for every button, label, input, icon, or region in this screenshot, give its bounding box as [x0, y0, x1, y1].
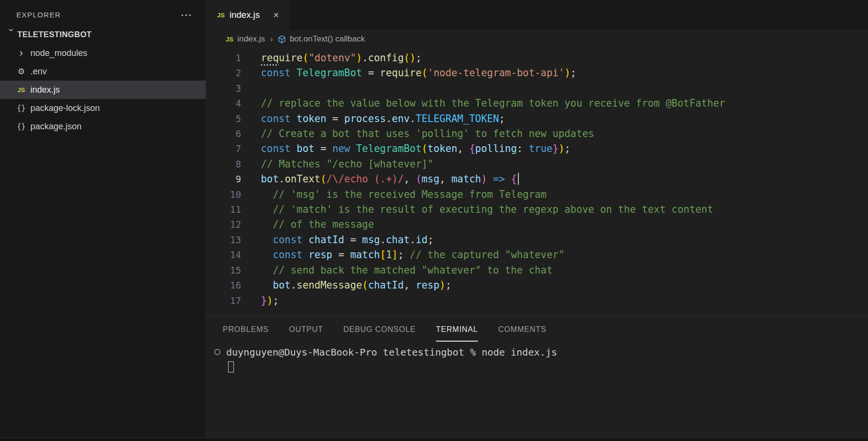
- braces-icon: {}: [14, 122, 28, 131]
- file-label: package.json: [30, 122, 81, 132]
- line-number[interactable]: 4: [206, 96, 241, 111]
- terminal[interactable]: duynguyen@Duys-MacBook-Pro teletestingbo…: [206, 345, 868, 373]
- code-line[interactable]: 6// Create a bot that uses 'polling' to …: [206, 126, 868, 141]
- line-number[interactable]: 7: [206, 141, 241, 156]
- line-content: // send back the matched "whatever" to t…: [241, 263, 553, 278]
- explorer-item--env[interactable]: ⚙.env: [0, 62, 205, 81]
- line-number[interactable]: 1: [206, 51, 241, 66]
- line-number[interactable]: 9: [206, 172, 241, 187]
- explorer-item-node-modules[interactable]: ›node_modules: [0, 44, 205, 62]
- code-line[interactable]: 10 // 'msg' is the received Message from…: [206, 187, 868, 202]
- line-number[interactable]: 16: [206, 278, 241, 293]
- file-label: .env: [30, 67, 47, 77]
- line-content: const bot = new TelegramBot(token, {poll…: [241, 141, 570, 156]
- panel-tab-comments[interactable]: COMMENTS: [498, 317, 546, 342]
- code-line[interactable]: 5const token = process.env.TELEGRAM_TOKE…: [206, 111, 868, 126]
- code-line[interactable]: 7const bot = new TelegramBot(token, {pol…: [206, 141, 868, 156]
- code-line[interactable]: 8// Matches "/echo [whatever]": [206, 157, 868, 172]
- line-content: const chatId = msg.chat.id;: [241, 233, 434, 248]
- code-line[interactable]: 4// replace the value below with the Tel…: [206, 96, 868, 111]
- line-number[interactable]: 15: [206, 263, 241, 278]
- explorer-sidebar: EXPLORER ⋯ › TELETESTINGBOT ›node_module…: [0, 0, 206, 438]
- panel-tab-bar: PROBLEMSOUTPUTDEBUG CONSOLETERMINALCOMME…: [206, 317, 868, 342]
- line-content: // Matches "/echo [whatever]": [241, 157, 434, 172]
- code-line[interactable]: 12 // of the message: [206, 217, 868, 232]
- js-icon: JS: [217, 12, 225, 19]
- chevron-right-icon: ›: [270, 34, 273, 44]
- line-content: });: [241, 293, 279, 308]
- chevron-right-icon: ›: [14, 49, 28, 57]
- js-icon: JS: [14, 86, 28, 94]
- line-content: bot.sendMessage(chatId, resp);: [241, 278, 451, 293]
- breadcrumb-file[interactable]: index.js: [237, 34, 265, 44]
- code-line[interactable]: 17});: [206, 293, 868, 308]
- terminal-line: [214, 360, 868, 373]
- breadcrumb-symbol[interactable]: bot.onText() callback: [290, 34, 365, 44]
- line-number[interactable]: 11: [206, 202, 241, 217]
- code-line[interactable]: 2const TelegramBot = require('node-teleg…: [206, 66, 868, 81]
- breadcrumb: JS index.js › bot.onText() callback: [206, 30, 868, 48]
- explorer-item-package-json[interactable]: {}package.json: [0, 117, 205, 136]
- line-content: // 'match' is the result of executing th…: [241, 202, 713, 217]
- tab-bar: JS index.js ×: [206, 0, 868, 30]
- explorer-file-list: ›node_modules⚙.envJSindex.js{}package-lo…: [0, 44, 205, 136]
- text-cursor: [518, 173, 519, 185]
- line-content: const token = process.env.TELEGRAM_TOKEN…: [241, 111, 505, 126]
- line-number[interactable]: 5: [206, 111, 241, 126]
- editor-group: JS index.js × JS index.js › bot.onText()…: [206, 0, 868, 438]
- close-icon[interactable]: ×: [273, 10, 279, 21]
- file-label: node_modules: [30, 48, 87, 58]
- panel-tab-debug-console[interactable]: DEBUG CONSOLE: [343, 317, 416, 342]
- line-number[interactable]: 3: [206, 81, 241, 96]
- tab-label: index.js: [230, 10, 260, 20]
- line-number[interactable]: 17: [206, 293, 241, 308]
- line-content: bot.onText(/\/echo (.+)/, (msg, match) =…: [241, 172, 519, 187]
- code-line[interactable]: 15 // send back the matched "whatever" t…: [206, 263, 868, 278]
- line-number[interactable]: 14: [206, 248, 241, 262]
- braces-icon: {}: [14, 104, 28, 112]
- bottom-panel: PROBLEMSOUTPUTDEBUG CONSOLETERMINALCOMME…: [206, 316, 868, 438]
- line-content: // of the message: [241, 217, 374, 232]
- window-bottom-edge: [0, 438, 868, 441]
- line-content: // 'msg' is the received Message from Te…: [241, 187, 546, 202]
- line-content: const TelegramBot = require('node-telegr…: [241, 66, 576, 81]
- chevron-down-icon: ›: [7, 28, 16, 40]
- panel-tab-problems[interactable]: PROBLEMS: [223, 317, 269, 342]
- panel-tab-terminal[interactable]: TERMINAL: [436, 317, 478, 342]
- js-icon: JS: [226, 36, 233, 43]
- code-line[interactable]: 14 const resp = match[1]; // the capture…: [206, 248, 868, 262]
- code-line[interactable]: 11 // 'match' is the result of executing…: [206, 202, 868, 217]
- code-line[interactable]: 13 const chatId = msg.chat.id;: [206, 233, 868, 248]
- code-editor[interactable]: 1require("dotenv").config();2const Teleg…: [206, 48, 868, 308]
- explorer-item-index-js[interactable]: JSindex.js: [0, 81, 205, 99]
- line-content: require("dotenv").config();: [241, 51, 421, 66]
- line-content: const resp = match[1]; // the captured "…: [241, 248, 565, 262]
- workspace-label: TELETESTINGBOT: [17, 30, 92, 39]
- more-actions-icon[interactable]: ⋯: [180, 13, 192, 17]
- terminal-line: duynguyen@Duys-MacBook-Pro teletestingbo…: [214, 345, 868, 358]
- code-line[interactable]: 9bot.onText(/\/echo (.+)/, (msg, match) …: [206, 172, 868, 187]
- explorer-header: EXPLORER ⋯: [0, 0, 205, 26]
- symbol-cube-icon: [278, 35, 286, 43]
- explorer-item-package-lock-json[interactable]: {}package-lock.json: [0, 99, 205, 117]
- line-content: // Create a bot that uses 'polling' to f…: [241, 126, 594, 141]
- code-line[interactable]: 16 bot.sendMessage(chatId, resp);: [206, 278, 868, 293]
- gear-icon: ⚙: [14, 67, 28, 77]
- line-number[interactable]: 13: [206, 233, 241, 248]
- file-label: package-lock.json: [30, 103, 100, 113]
- line-number[interactable]: 2: [206, 66, 241, 81]
- panel-tab-output[interactable]: OUTPUT: [289, 317, 323, 342]
- workspace-folder-teletestingbot[interactable]: › TELETESTINGBOT: [0, 26, 205, 43]
- line-number[interactable]: 12: [206, 217, 241, 232]
- file-label: index.js: [30, 85, 60, 95]
- line-number[interactable]: 10: [206, 187, 241, 202]
- code-line[interactable]: 3: [206, 81, 868, 96]
- explorer-title: EXPLORER: [16, 11, 61, 19]
- code-line[interactable]: 1require("dotenv").config();: [206, 51, 868, 66]
- line-number[interactable]: 6: [206, 126, 241, 141]
- line-content: // replace the value below with the Tele…: [241, 96, 725, 111]
- vscode-window: EXPLORER ⋯ › TELETESTINGBOT ›node_module…: [0, 0, 868, 441]
- tab-index-js[interactable]: JS index.js ×: [206, 0, 289, 30]
- line-number[interactable]: 8: [206, 157, 241, 172]
- terminal-cursor: [228, 361, 234, 372]
